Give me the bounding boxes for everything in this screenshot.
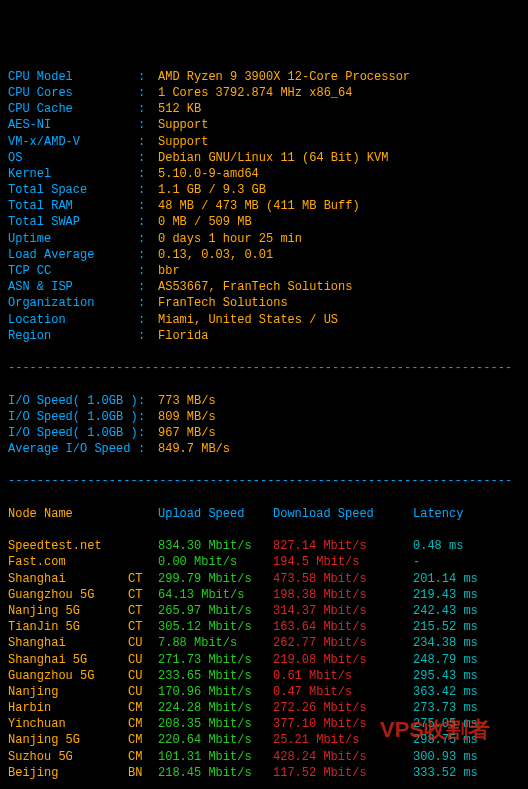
upload-speed: 299.79 Mbit/s xyxy=(158,571,273,587)
info-label: Kernel xyxy=(8,166,138,182)
node-name: Speedtest.net xyxy=(8,538,128,554)
upload-speed: 220.64 Mbit/s xyxy=(158,732,273,748)
node-name: TianJin 5G xyxy=(8,619,128,635)
info-label: CPU Cache xyxy=(8,101,138,117)
info-label: Average I/O Speed xyxy=(8,441,138,457)
node-location: CU xyxy=(128,652,158,668)
info-label: CPU Model xyxy=(8,69,138,85)
colon: : xyxy=(138,328,158,344)
info-label: Organization xyxy=(8,295,138,311)
download-speed: 262.77 Mbit/s xyxy=(273,635,413,651)
upload-speed: 208.35 Mbit/s xyxy=(158,716,273,732)
info-row: TCP CC: bbr xyxy=(8,263,520,279)
upload-speed: 271.73 Mbit/s xyxy=(158,652,273,668)
info-row: CPU Cache: 512 KB xyxy=(8,101,520,117)
node-location: CU xyxy=(128,668,158,684)
node-location xyxy=(128,538,158,554)
info-label: I/O Speed( 1.0GB ) xyxy=(8,425,138,441)
latency: 273.73 ms xyxy=(413,700,513,716)
speedtest-row: Guangzhou 5GCT64.13 Mbit/s198.38 Mbit/s2… xyxy=(8,587,520,603)
latency: 0.48 ms xyxy=(413,538,513,554)
node-location: CM xyxy=(128,716,158,732)
node-name: Guangzhou 5G xyxy=(8,587,128,603)
download-speed: 272.26 Mbit/s xyxy=(273,700,413,716)
upload-speed: 170.96 Mbit/s xyxy=(158,684,273,700)
info-label: CPU Cores xyxy=(8,85,138,101)
info-value: AS53667, FranTech Solutions xyxy=(158,279,352,295)
speedtest-row: Speedtest.net834.30 Mbit/s827.14 Mbit/s0… xyxy=(8,538,520,554)
info-value: 849.7 MB/s xyxy=(158,441,230,457)
latency: 215.52 ms xyxy=(413,619,513,635)
download-header: Download Speed xyxy=(273,506,413,522)
info-value: Support xyxy=(158,134,208,150)
node-location: CT xyxy=(128,571,158,587)
info-value: AMD Ryzen 9 3900X 12-Core Processor xyxy=(158,69,410,85)
node-location: CT xyxy=(128,603,158,619)
speedtest-row: NanjingCU170.96 Mbit/s0.47 Mbit/s363.42 … xyxy=(8,684,520,700)
io-speed-block: I/O Speed( 1.0GB ): 773 MB/sI/O Speed( 1… xyxy=(8,393,520,458)
info-label: ASN & ISP xyxy=(8,279,138,295)
info-row: CPU Cores: 1 Cores 3792.874 MHz x86_64 xyxy=(8,85,520,101)
info-label: Total RAM xyxy=(8,198,138,214)
node-location: CT xyxy=(128,587,158,603)
download-speed: 25.21 Mbit/s xyxy=(273,732,413,748)
colon: : xyxy=(138,198,158,214)
info-value: 0 MB / 509 MB xyxy=(158,214,252,230)
node-name: Nanjing 5G xyxy=(8,732,128,748)
colon: : xyxy=(138,101,158,117)
info-row: Average I/O Speed: 849.7 MB/s xyxy=(8,441,520,457)
speedtest-row: Suzhou 5GCM101.31 Mbit/s428.24 Mbit/s300… xyxy=(8,749,520,765)
info-value: Florida xyxy=(158,328,208,344)
upload-speed: 101.31 Mbit/s xyxy=(158,749,273,765)
info-row: Kernel: 5.10.0-9-amd64 xyxy=(8,166,520,182)
node-location: CM xyxy=(128,700,158,716)
upload-speed: 233.65 Mbit/s xyxy=(158,668,273,684)
info-value: 967 MB/s xyxy=(158,425,216,441)
download-speed: 219.08 Mbit/s xyxy=(273,652,413,668)
latency: 298.75 ms xyxy=(413,732,513,748)
node-name: Suzhou 5G xyxy=(8,749,128,765)
upload-speed: 305.12 Mbit/s xyxy=(158,619,273,635)
info-value: 773 MB/s xyxy=(158,393,216,409)
info-label: Region xyxy=(8,328,138,344)
node-header: Node Name xyxy=(8,506,158,522)
node-location: BN xyxy=(128,765,158,781)
info-label: I/O Speed( 1.0GB ) xyxy=(8,393,138,409)
colon: : xyxy=(138,182,158,198)
colon: : xyxy=(138,393,158,409)
info-value: Debian GNU/Linux 11 (64 Bit) KVM xyxy=(158,150,388,166)
colon: : xyxy=(138,117,158,133)
node-name: Shanghai 5G xyxy=(8,652,128,668)
upload-speed: 64.13 Mbit/s xyxy=(158,587,273,603)
info-label: TCP CC xyxy=(8,263,138,279)
colon: : xyxy=(138,150,158,166)
download-speed: 0.61 Mbit/s xyxy=(273,668,413,684)
info-row: I/O Speed( 1.0GB ): 809 MB/s xyxy=(8,409,520,425)
colon: : xyxy=(138,295,158,311)
latency: 201.14 ms xyxy=(413,571,513,587)
info-label: Load Average xyxy=(8,247,138,263)
info-label: VM-x/AMD-V xyxy=(8,134,138,150)
upload-header: Upload Speed xyxy=(158,506,273,522)
info-row: Organization: FranTech Solutions xyxy=(8,295,520,311)
node-location: CT xyxy=(128,619,158,635)
info-row: Total Space: 1.1 GB / 9.3 GB xyxy=(8,182,520,198)
info-value: 809 MB/s xyxy=(158,409,216,425)
system-info-block: CPU Model: AMD Ryzen 9 3900X 12-Core Pro… xyxy=(8,69,520,344)
latency-header: Latency xyxy=(413,506,513,522)
latency: 300.93 ms xyxy=(413,749,513,765)
download-speed: 198.38 Mbit/s xyxy=(273,587,413,603)
info-value: 1.1 GB / 9.3 GB xyxy=(158,182,266,198)
colon: : xyxy=(138,166,158,182)
info-value: 48 MB / 473 MB (411 MB Buff) xyxy=(158,198,360,214)
info-value: 1 Cores 3792.874 MHz x86_64 xyxy=(158,85,352,101)
upload-speed: 218.45 Mbit/s xyxy=(158,765,273,781)
node-name: Beijing xyxy=(8,765,128,781)
upload-speed: 7.88 Mbit/s xyxy=(158,635,273,651)
info-value: Support xyxy=(158,117,208,133)
info-label: I/O Speed( 1.0GB ) xyxy=(8,409,138,425)
download-speed: 117.52 Mbit/s xyxy=(273,765,413,781)
node-name: Fast.com xyxy=(8,554,128,570)
latency: 333.52 ms xyxy=(413,765,513,781)
node-name: Harbin xyxy=(8,700,128,716)
